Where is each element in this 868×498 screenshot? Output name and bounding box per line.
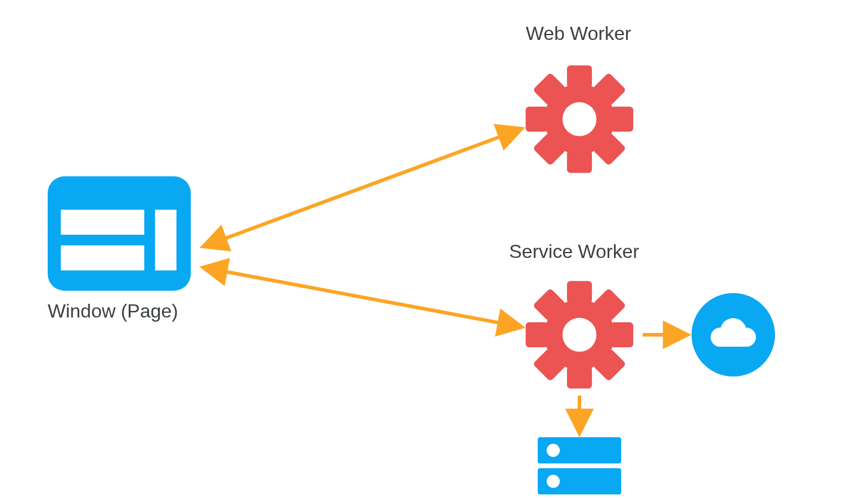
web-worker-label: Web Worker — [526, 23, 631, 45]
server-stack-icon — [538, 437, 621, 494]
svg-point-22 — [547, 475, 560, 488]
arrow-window-webworker — [206, 130, 519, 245]
service-worker-gear-icon — [503, 259, 655, 410]
arrow-window-serviceworker — [206, 268, 519, 326]
svg-rect-12 — [61, 245, 144, 270]
cloud-icon — [692, 293, 775, 376]
service-worker-label: Service Worker — [509, 241, 639, 263]
svg-rect-18 — [713, 335, 754, 347]
window-page-label: Window (Page) — [48, 300, 178, 322]
svg-rect-11 — [61, 210, 144, 235]
svg-point-20 — [547, 444, 560, 457]
architecture-diagram — [0, 0, 868, 498]
svg-rect-13 — [155, 210, 176, 270]
web-worker-gear-icon — [503, 43, 655, 195]
window-page-icon — [48, 176, 191, 291]
